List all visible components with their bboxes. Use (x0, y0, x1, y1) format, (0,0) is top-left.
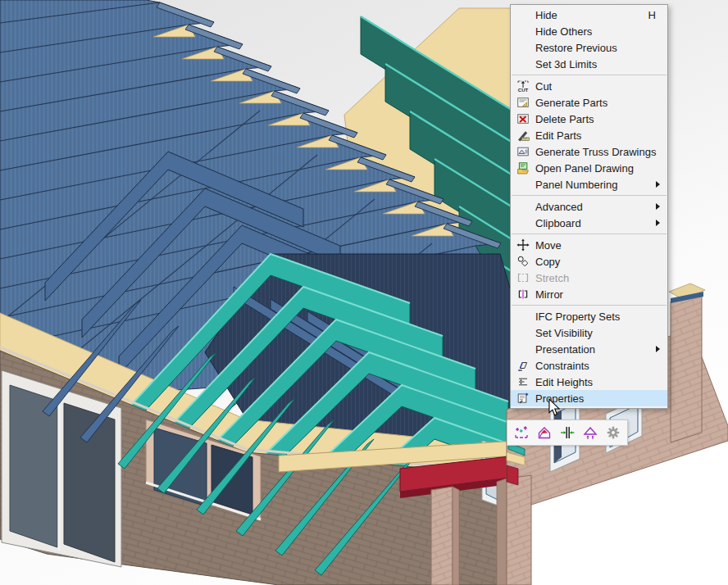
mini-toolbar (507, 419, 628, 446)
menu-item-open-panel-drawing[interactable]: Open Panel Drawing (511, 160, 667, 176)
menu-item-hide[interactable]: Hide H (511, 7, 667, 23)
menu-item-clipboard[interactable]: Clipboard (511, 215, 667, 231)
menu-item-copy[interactable]: Copy (511, 253, 667, 270)
menu-separator (512, 234, 667, 234)
menu-item-generate-truss-drawings[interactable]: Generate Truss Drawings (511, 143, 667, 160)
delete-parts-icon (514, 112, 532, 125)
mirror-icon (514, 288, 532, 301)
edit-parts-icon (514, 129, 532, 142)
constraints-icon (514, 359, 532, 372)
menu-item-cut[interactable]: CUT Cut (511, 78, 667, 94)
corner-pillar-far (669, 283, 705, 442)
menu-item-restore-previous[interactable]: Restore Previous (511, 39, 667, 56)
menu-item-edit-parts[interactable]: Edit Parts (511, 127, 667, 143)
menu-item-stretch: Stretch (511, 270, 667, 286)
menu-item-presentation[interactable]: Presentation (511, 341, 667, 357)
menu-item-advanced[interactable]: Advanced (511, 198, 667, 215)
menu-separator (512, 195, 667, 196)
menu-item-constraints[interactable]: Constraints (511, 357, 667, 374)
menu-icon-blank (514, 8, 532, 21)
submenu-arrow-icon (656, 346, 660, 352)
submenu-arrow-icon (656, 220, 660, 226)
stretch-icon (514, 271, 532, 284)
menu-item-edit-heights[interactable]: Edit Heights (511, 374, 667, 390)
menu-item-delete-parts[interactable]: Delete Parts (511, 111, 667, 127)
generate-parts-icon (514, 96, 532, 109)
cut-icon: CUT (514, 79, 532, 93)
svg-text:CUT: CUT (518, 88, 529, 93)
menu-item-panel-numbering[interactable]: Panel Numbering (511, 176, 667, 193)
menu-separator (512, 305, 667, 306)
porch-pillar (431, 487, 459, 585)
submenu-arrow-icon (656, 203, 660, 210)
menu-item-ifc-property-sets[interactable]: IFC Property Sets (511, 308, 667, 324)
truss-drawings-icon (514, 145, 532, 158)
menu-item-generate-parts[interactable]: Generate Parts (511, 94, 667, 111)
properties-icon (514, 392, 532, 405)
shortcut-key: H (648, 9, 666, 21)
settings-gear-icon[interactable] (603, 422, 623, 443)
menu-item-set-visibility[interactable]: Set Visibility (511, 324, 667, 341)
menu-item-move[interactable]: Move (511, 237, 667, 253)
menu-item-mirror[interactable]: Mirror (511, 286, 667, 302)
submenu-arrow-icon (656, 181, 660, 188)
roof-pitch-icon[interactable] (580, 422, 600, 443)
menu-separator (512, 75, 667, 75)
context-menu: Hide H Hide Others Restore Previous Set … (510, 4, 668, 409)
edit-heights-icon (514, 375, 532, 388)
menu-item-properties[interactable]: Properties (511, 390, 667, 406)
open-panel-drawing-icon (514, 161, 532, 175)
menu-item-hide-others[interactable]: Hide Others (511, 23, 667, 39)
menu-item-set-3d-limits[interactable]: Set 3d Limits (511, 56, 667, 72)
roof-tool-icon[interactable] (535, 422, 554, 443)
move-icon (514, 238, 532, 252)
panel-frame-tool-icon[interactable] (512, 422, 531, 443)
copy-icon (514, 255, 532, 268)
wall-align-icon[interactable] (557, 422, 577, 443)
